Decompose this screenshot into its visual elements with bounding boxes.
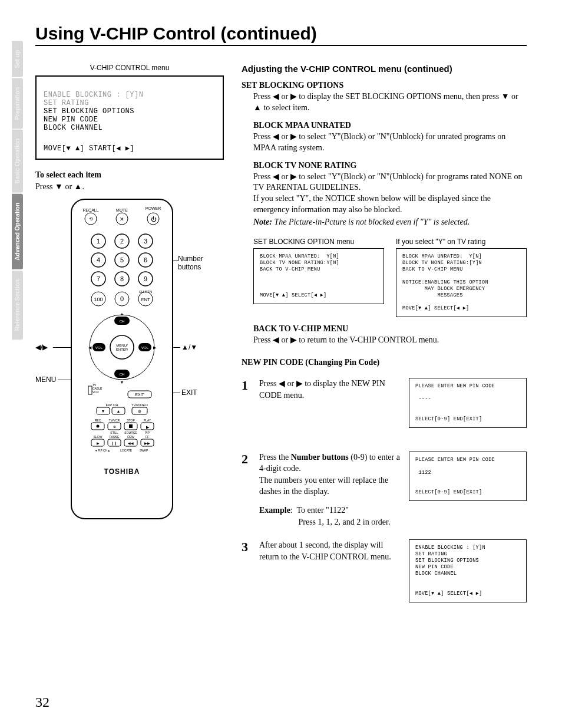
svg-text:⟲: ⟲	[89, 216, 93, 222]
set-blocking-text: Press ◀ or ▶ to display the SET BLOCKING…	[253, 91, 527, 114]
vchip-line5: BLOCK CHANNEL	[44, 124, 103, 132]
svg-text:CH: CH	[120, 373, 125, 376]
block-tv-head: BLOCK TV NONE RATING	[253, 161, 527, 170]
page-number: 32	[35, 694, 49, 710]
block-tv-text1: Press ◀ or ▶ to select "Y"(Block) or "N"…	[253, 172, 527, 194]
svg-text:TV/VIDEO: TV/VIDEO	[131, 403, 148, 407]
step-1-text: Press ◀ or ▶ to display the NEW PIN CODE…	[259, 378, 402, 427]
svg-text:REC: REC	[95, 419, 101, 422]
block-tv-note: Note: Note: The Picture-in-Pcture is not…	[253, 217, 527, 228]
svg-text:9: 9	[144, 275, 147, 282]
label-power: POWER	[146, 206, 161, 210]
svg-text:PLAY: PLAY	[144, 419, 151, 422]
tab-setup: Set up	[12, 41, 23, 77]
svg-text:VOL: VOL	[95, 346, 103, 350]
svg-text:▶: ▶	[97, 442, 100, 445]
svg-text:4: 4	[97, 256, 100, 263]
svg-text:PIP: PIP	[145, 431, 150, 434]
step-2-num: 2	[242, 452, 252, 528]
tab-preparation: Preparation	[12, 78, 23, 129]
svg-text:▶: ▶	[146, 425, 150, 429]
callout-exit: EXIT	[181, 388, 197, 397]
svg-text:▶: ▶	[153, 345, 157, 350]
svg-text:8: 8	[120, 275, 124, 282]
block-mpaa-head: BLOCK MPAA UNRATED	[253, 121, 527, 130]
svg-rect-70	[129, 424, 133, 428]
svg-text:▲: ▲	[120, 312, 124, 316]
block-mpaa-text: Press ◀ or ▶ to select "Y"(Block) or "N"…	[253, 131, 527, 154]
step-1-menu: PLEASE ENTER NEW PIN CODE ---- SELECT[0-…	[409, 378, 527, 427]
svg-text:❙❙: ❙❙	[111, 442, 117, 446]
svg-text:⊕: ⊕	[113, 425, 116, 429]
svg-text:SOURCE: SOURCE	[124, 431, 137, 434]
svg-text:▶▶: ▶▶	[144, 442, 150, 445]
svg-text:100: 100	[94, 297, 103, 302]
step-2-text: Press the Number buttons (0-9) to enter …	[259, 452, 402, 528]
svg-text:◀: ◀	[88, 345, 92, 350]
svg-text:SWAP: SWAP	[140, 449, 148, 452]
svg-text:1: 1	[97, 238, 100, 245]
svg-text:MENU/: MENU/	[116, 344, 128, 347]
back-menu-head: BACK TO V-CHIP MENU	[253, 324, 527, 334]
sbo-menu-label-right: If you select "Y" on TV rating	[396, 238, 527, 246]
back-menu-text: Press ◀ or ▶ to return to the V-CHIP CON…	[253, 335, 527, 346]
page-title: Using V-CHIP Control (continued)	[35, 24, 527, 46]
label-recall: RECALL	[82, 208, 98, 212]
svg-text:FAV CH: FAV CH	[105, 403, 118, 407]
svg-text:REW: REW	[127, 435, 134, 439]
vchip-footer: MOVE[▼ ▲] START[◀ ▶]	[44, 144, 216, 153]
callout-menu: MENU	[35, 375, 56, 384]
svg-text:7: 7	[97, 275, 100, 282]
svg-point-32	[110, 335, 134, 359]
svg-text:EXIT: EXIT	[135, 393, 144, 397]
set-blocking-head: SET BLOCKING OPTIONS	[242, 81, 527, 90]
block-tv-text2: If you select "Y", the NOTICE shown belo…	[253, 193, 527, 216]
section-title: Adjusting the V-CHIP CONTROL menu (conti…	[242, 64, 527, 74]
svg-text:0: 0	[120, 295, 124, 302]
svg-text:STILL: STILL	[110, 431, 118, 434]
vchip-menu-label: V-CHIP CONTROL menu	[35, 64, 224, 72]
svg-text:5: 5	[120, 256, 124, 263]
select-each-item-text: Press ▼ or ▲.	[35, 182, 224, 192]
svg-text:ENT: ENT	[141, 297, 150, 302]
svg-point-66	[97, 425, 100, 428]
svg-text:▼: ▼	[101, 409, 105, 413]
tab-basic-operation: Basic Operation	[12, 130, 23, 193]
callout-left-right: ◀/▶	[35, 343, 48, 351]
tab-advanced-operation: Advanced Operation	[12, 194, 23, 269]
svg-text:⊕: ⊕	[138, 409, 141, 413]
step-3-num: 3	[242, 539, 252, 602]
vchip-line4: NEW PIN CODE	[44, 116, 98, 124]
new-pin-head: NEW PIN CODE (Changing Pin Code)	[242, 358, 527, 367]
side-tabs: Set up Preparation Basic Operation Advan…	[12, 41, 23, 341]
svg-text:TOSHIBA: TOSHIBA	[104, 467, 140, 476]
svg-text:▼PIP CH▲: ▼PIP CH▲	[95, 449, 110, 452]
vchip-menu-box: ENABLE BLOCKING : [Y]N SET RATING SET BL…	[35, 75, 224, 160]
sbo-menu-label-left: SET BLOCKING OPTION menu	[253, 238, 384, 246]
svg-text:SLOW: SLOW	[94, 435, 103, 439]
remote-control: RECALL ⟲ MUTE ✕ POWER ⏻ 1 2 3 4 5	[71, 199, 173, 519]
svg-text:3: 3	[144, 238, 147, 245]
svg-text:FF: FF	[146, 435, 149, 439]
step-3-menu: ENABLE BLOCKING : [Y]N SET RATING SET BL…	[409, 539, 527, 602]
svg-text:✕: ✕	[120, 216, 124, 222]
svg-text:6: 6	[144, 256, 147, 263]
svg-text:VOL: VOL	[141, 346, 149, 350]
vchip-line2: SET RATING	[44, 99, 89, 107]
step-2-menu: PLEASE ENTER NEW PIN CODE 1122 SELECT[0-…	[409, 452, 527, 501]
label-mute: MUTE	[116, 208, 128, 212]
svg-text:◀◀: ◀◀	[128, 442, 134, 445]
svg-text:ENTER: ENTER	[116, 348, 128, 351]
select-each-item-head: To select each item	[35, 170, 224, 180]
svg-text:CH: CH	[120, 319, 125, 323]
callout-number-buttons: Number buttons	[178, 255, 203, 271]
svg-rect-50	[88, 386, 92, 394]
svg-text:STOP: STOP	[127, 419, 135, 422]
vchip-line1: ENABLE BLOCKING : [Y]N	[44, 91, 143, 99]
svg-text:VCR: VCR	[92, 390, 99, 394]
sbo-menu-left: BLOCK MPAA UNRATED: Y[N] BLOCK TV NONE R…	[253, 248, 384, 304]
svg-text:▼: ▼	[120, 380, 124, 384]
svg-text:2: 2	[120, 238, 124, 245]
svg-text:LOCATE: LOCATE	[120, 449, 132, 452]
svg-text:⏻: ⏻	[151, 216, 157, 222]
